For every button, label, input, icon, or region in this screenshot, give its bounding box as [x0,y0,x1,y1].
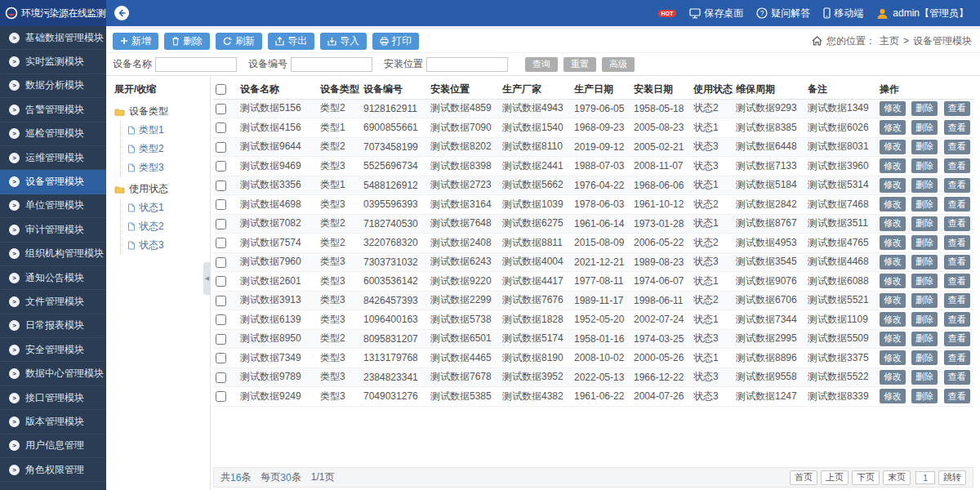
row-checkbox[interactable] [216,334,226,345]
delete-button[interactable]: 删除 [164,33,210,50]
sidebar-item[interactable]: 基础数据管理模块 [0,26,106,50]
row-checkbox[interactable] [216,104,226,114]
sidebar-item[interactable]: 组织机构管理模块 [0,243,106,266]
tree-group-use-status[interactable]: 使用状态 [114,180,210,198]
install-location-input[interactable] [426,57,508,72]
sidebar-item[interactable]: 审计管理模块 [0,218,106,242]
row-delete-button[interactable]: 删除 [911,216,938,231]
row-delete-button[interactable]: 删除 [911,370,938,385]
export-button[interactable]: 导出 [268,33,314,50]
row-edit-button[interactable]: 修改 [880,389,906,403]
row-view-button[interactable]: 查看 [944,370,970,385]
page-jump-button[interactable]: 跳转 [938,470,966,485]
sidebar-item[interactable]: 数据中心管理模块 [0,362,106,385]
user-menu[interactable]: admin【管理员】 [876,7,969,20]
row-delete-button[interactable]: 删除 [911,235,938,250]
reset-button[interactable]: 重置 [564,57,596,72]
row-view-button[interactable]: 查看 [944,389,970,403]
row-view-button[interactable]: 查看 [944,255,970,270]
row-checkbox[interactable] [216,180,226,191]
tree-leaf[interactable]: 状态3 [127,236,210,255]
print-button[interactable]: 打印 [372,33,419,50]
row-checkbox[interactable] [216,391,226,402]
sidebar-item[interactable]: 安全管理模块 [0,338,106,362]
sidebar-item[interactable]: 角色权限管理 [0,458,106,482]
advanced-button[interactable]: 高级 [602,57,635,72]
mobile-link[interactable]: 移动端 [823,7,863,20]
back-arrow-icon[interactable] [114,6,129,20]
tree-leaf[interactable]: 类型3 [127,158,210,177]
row-view-button[interactable]: 查看 [944,216,970,231]
row-checkbox[interactable] [216,372,226,383]
refresh-button[interactable]: 刷新 [216,33,262,50]
tree-leaf[interactable]: 类型2 [127,140,210,158]
query-button[interactable]: 查询 [525,57,558,72]
tree-leaf[interactable]: 状态1 [127,198,210,217]
row-edit-button[interactable]: 修改 [880,274,906,288]
next-page-button[interactable]: 下页 [852,470,880,485]
row-delete-button[interactable]: 删除 [911,158,938,173]
row-delete-button[interactable]: 删除 [911,140,938,154]
last-page-button[interactable]: 末页 [883,470,911,485]
row-view-button[interactable]: 查看 [944,332,970,346]
tree-leaf[interactable]: 类型1 [127,121,210,140]
row-edit-button[interactable]: 修改 [880,235,906,250]
first-page-button[interactable]: 首页 [790,470,817,485]
row-delete-button[interactable]: 删除 [911,293,938,308]
row-delete-button[interactable]: 删除 [911,350,938,365]
row-view-button[interactable]: 查看 [944,350,970,365]
row-delete-button[interactable]: 删除 [911,389,938,403]
row-delete-button[interactable]: 删除 [911,312,938,327]
row-view-button[interactable]: 查看 [944,120,970,135]
row-view-button[interactable]: 查看 [944,274,970,288]
row-edit-button[interactable]: 修改 [880,178,906,193]
row-edit-button[interactable]: 修改 [880,120,906,135]
tree-root-toggle[interactable]: 展开/收缩 [114,82,210,96]
faq-link[interactable]: ? 疑问解答 [756,7,810,20]
sidebar-item[interactable]: 日常报表模块 [0,314,106,338]
row-edit-button[interactable]: 修改 [880,140,906,154]
row-checkbox[interactable] [216,199,226,210]
page-jump-input[interactable] [915,471,935,484]
row-view-button[interactable]: 查看 [944,312,970,327]
row-checkbox[interactable] [216,276,226,287]
row-edit-button[interactable]: 修改 [880,101,906,116]
row-checkbox[interactable] [216,353,226,363]
row-view-button[interactable]: 查看 [944,101,970,116]
row-edit-button[interactable]: 修改 [880,293,906,308]
row-view-button[interactable]: 查看 [944,158,970,173]
sidebar-item[interactable]: 接口管理模块 [0,386,106,410]
row-edit-button[interactable]: 修改 [880,216,906,231]
row-delete-button[interactable]: 删除 [911,120,938,135]
row-delete-button[interactable]: 删除 [911,255,938,270]
sidebar-item[interactable]: 数据分析模块 [0,74,106,98]
row-view-button[interactable]: 查看 [944,293,970,308]
row-view-button[interactable]: 查看 [944,178,970,193]
add-button[interactable]: 新增 [113,33,158,50]
row-checkbox[interactable] [216,296,226,306]
row-edit-button[interactable]: 修改 [880,312,906,327]
sidebar-item[interactable]: 设备管理模块 [0,170,106,194]
row-checkbox[interactable] [216,238,226,248]
prev-page-button[interactable]: 上页 [821,470,849,485]
row-checkbox[interactable] [216,257,226,268]
row-checkbox[interactable] [216,219,226,229]
tree-collapse-handle[interactable] [203,262,211,295]
row-delete-button[interactable]: 删除 [911,101,938,116]
import-button[interactable]: 导入 [320,33,367,50]
row-edit-button[interactable]: 修改 [880,350,906,365]
row-delete-button[interactable]: 删除 [911,274,938,288]
sidebar-item[interactable]: 告警管理模块 [0,98,106,122]
device-name-input[interactable] [155,57,237,72]
row-edit-button[interactable]: 修改 [880,158,906,173]
select-all-checkbox[interactable] [216,84,226,95]
row-delete-button[interactable]: 删除 [911,197,938,212]
sidebar-item[interactable]: 版本管理模块 [0,410,106,434]
row-edit-button[interactable]: 修改 [880,197,906,212]
row-checkbox[interactable] [216,142,226,153]
row-edit-button[interactable]: 修改 [880,332,906,346]
row-delete-button[interactable]: 删除 [911,332,938,346]
row-view-button[interactable]: 查看 [944,140,970,154]
sidebar-item[interactable]: 运维管理模块 [0,146,106,170]
tree-leaf[interactable]: 状态2 [127,217,210,236]
